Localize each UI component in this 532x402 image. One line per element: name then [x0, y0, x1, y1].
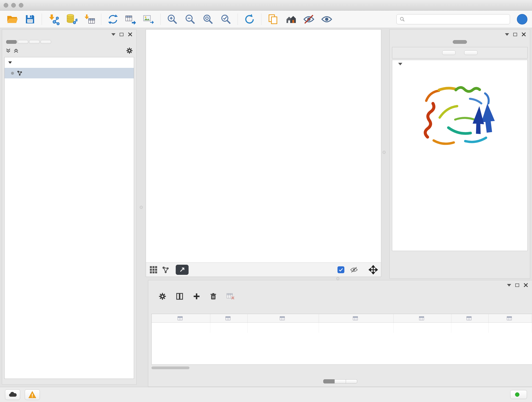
- table-column-icon: [177, 316, 183, 320]
- table-row[interactable]: [152, 323, 532, 333]
- tab-select[interactable]: [29, 40, 40, 44]
- crosslinks-block: [392, 153, 527, 172]
- zoom-fit-button[interactable]: [201, 12, 215, 26]
- expand-all-button[interactable]: [442, 51, 456, 55]
- column-header-description[interactable]: [394, 314, 451, 323]
- float-panel-icon[interactable]: [513, 33, 517, 36]
- tab-node-table[interactable]: [323, 379, 335, 383]
- zoom-in-button[interactable]: [165, 12, 180, 26]
- create-column-button[interactable]: [193, 293, 201, 300]
- export-image-button[interactable]: [141, 12, 156, 26]
- minimize-window-button[interactable]: [11, 3, 16, 7]
- warnings-button[interactable]: [25, 389, 40, 400]
- gene-section-header[interactable]: [392, 60, 527, 66]
- export-table-button[interactable]: [123, 12, 138, 26]
- tab-network-table[interactable]: [346, 379, 357, 383]
- delete-column-button[interactable]: [210, 293, 217, 300]
- results-panel: [389, 29, 530, 279]
- node-table: [152, 314, 532, 365]
- import-network-from-file-button[interactable]: [46, 12, 61, 26]
- zoom-selected-button[interactable]: [218, 12, 234, 26]
- copy-button[interactable]: [266, 12, 281, 26]
- panel-menu-icon[interactable]: [505, 33, 509, 36]
- close-panel-icon[interactable]: [521, 32, 526, 37]
- protein-structure-image: [416, 77, 504, 153]
- external-link-icon: [179, 267, 185, 273]
- copy-icon: [268, 14, 279, 25]
- collapse-all-button[interactable]: [5, 48, 11, 54]
- tab-edge-table[interactable]: [335, 379, 346, 383]
- show-graphics-details-button[interactable]: [283, 12, 298, 26]
- main-toolbar: [0, 11, 532, 28]
- hide-selected-button[interactable]: [301, 12, 317, 26]
- trash-icon: [210, 293, 217, 300]
- string-network-icon: [17, 70, 23, 76]
- tab-network[interactable]: [6, 40, 17, 44]
- column-header-shared-name[interactable]: [152, 314, 210, 323]
- tab-style[interactable]: [18, 40, 28, 44]
- splitter-grip[interactable]: [383, 151, 386, 154]
- scrollbar-thumb[interactable]: [152, 366, 190, 369]
- tab-string[interactable]: [453, 40, 467, 44]
- column-header-name[interactable]: [210, 314, 248, 323]
- expand-all-button[interactable]: [13, 48, 19, 54]
- network-canvas[interactable]: [146, 30, 381, 262]
- panel-menu-icon[interactable]: [507, 284, 511, 287]
- collapse-collection-icon[interactable]: [8, 61, 12, 64]
- search-input[interactable]: [408, 17, 507, 22]
- collapse-all-button[interactable]: [464, 51, 477, 55]
- table-column-icon: [467, 316, 472, 320]
- memory-button[interactable]: [510, 390, 527, 399]
- refresh-button[interactable]: [242, 12, 257, 26]
- save-icon: [25, 14, 36, 25]
- search-box[interactable]: [396, 14, 510, 24]
- hidden-eye-slash-icon: [350, 266, 358, 274]
- zoom-fit-icon: [202, 13, 214, 25]
- network-tree: [4, 57, 134, 379]
- select-columns-button[interactable]: [176, 293, 184, 300]
- save-session-button[interactable]: [22, 12, 38, 26]
- column-header-database-identifier[interactable]: [319, 314, 394, 323]
- splitter-grip[interactable]: [140, 206, 143, 209]
- network-row[interactable]: [5, 68, 134, 78]
- plus-icon: [193, 293, 201, 300]
- column-header-id[interactable]: [451, 314, 489, 323]
- cloud-button[interactable]: [5, 389, 20, 400]
- zoom-window-button[interactable]: [19, 3, 23, 7]
- open-session-button[interactable]: [5, 12, 20, 26]
- cell-description: [394, 323, 451, 333]
- tab-sets[interactable]: [41, 40, 51, 44]
- network-options-button[interactable]: [126, 47, 133, 54]
- eye-icon: [321, 13, 333, 25]
- help-button[interactable]: [517, 14, 527, 25]
- close-window-button[interactable]: [4, 3, 8, 7]
- detach-view-button[interactable]: [176, 265, 189, 275]
- export-image-icon: [143, 13, 155, 25]
- column-header-namespace[interactable]: [489, 314, 532, 323]
- gene-section: [392, 60, 528, 251]
- panel-menu-icon[interactable]: [111, 33, 115, 36]
- splitter-grip[interactable]: [336, 277, 339, 280]
- network-collection-row[interactable]: [5, 57, 134, 68]
- cloud-icon: [8, 391, 17, 398]
- fit-content-button[interactable]: [369, 265, 378, 274]
- import-network-from-database-button[interactable]: [64, 12, 79, 26]
- grid-mode-button[interactable]: [149, 265, 158, 274]
- zoom-out-button[interactable]: [183, 12, 198, 26]
- column-header-canonical-name[interactable]: [248, 314, 319, 323]
- show-selected-button[interactable]: [319, 12, 334, 26]
- clone-network-button[interactable]: [105, 12, 120, 26]
- zoom-out-icon: [184, 13, 196, 25]
- import-table-from-file-button[interactable]: [82, 12, 97, 26]
- delete-table-button[interactable]: [226, 293, 234, 300]
- table-options-button[interactable]: [158, 292, 167, 300]
- float-panel-icon[interactable]: [515, 283, 519, 287]
- close-panel-icon[interactable]: [128, 32, 133, 37]
- table-column-icon: [225, 316, 230, 320]
- overview-mode-button[interactable]: [162, 266, 170, 274]
- close-panel-icon[interactable]: [523, 283, 528, 288]
- collapse-section-icon[interactable]: [398, 63, 402, 65]
- table-horizontal-scrollbar[interactable]: [152, 366, 531, 370]
- selection-indicator-checkbox[interactable]: [337, 266, 344, 273]
- float-panel-icon[interactable]: [120, 33, 123, 36]
